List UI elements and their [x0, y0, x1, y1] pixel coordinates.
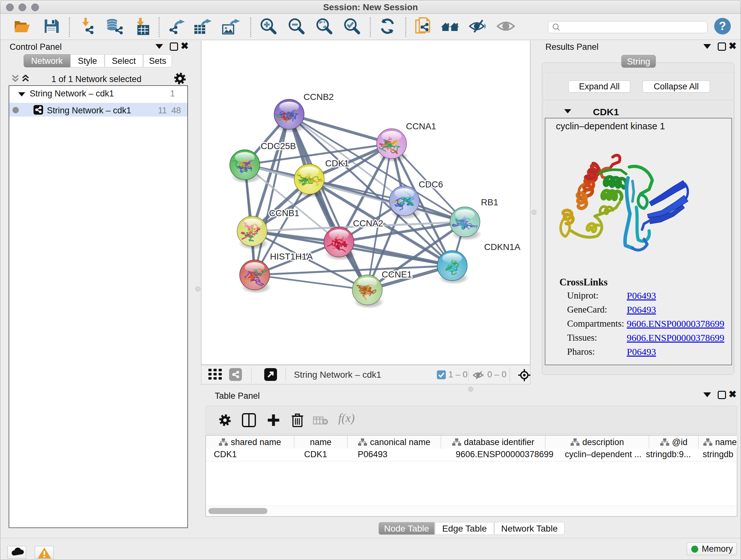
svg-text:CDKN1A: CDKN1A [484, 242, 521, 252]
svg-text:CDC6: CDC6 [419, 179, 443, 189]
svg-text:HIST1H1A: HIST1H1A [270, 252, 313, 261]
svg-text:CCNE1: CCNE1 [382, 269, 412, 279]
svg-text:RB1: RB1 [481, 197, 498, 207]
svg-text:CDK1: CDK1 [325, 159, 349, 168]
svg-text:CCNA2: CCNA2 [353, 219, 383, 228]
svg-text:CCNB2: CCNB2 [304, 92, 334, 102]
svg-text:CCNB1: CCNB1 [269, 208, 299, 218]
svg-text:CDC25B: CDC25B [261, 141, 296, 151]
svg-text:?: ? [719, 19, 726, 33]
svg-text:CCNA1: CCNA1 [406, 121, 436, 131]
